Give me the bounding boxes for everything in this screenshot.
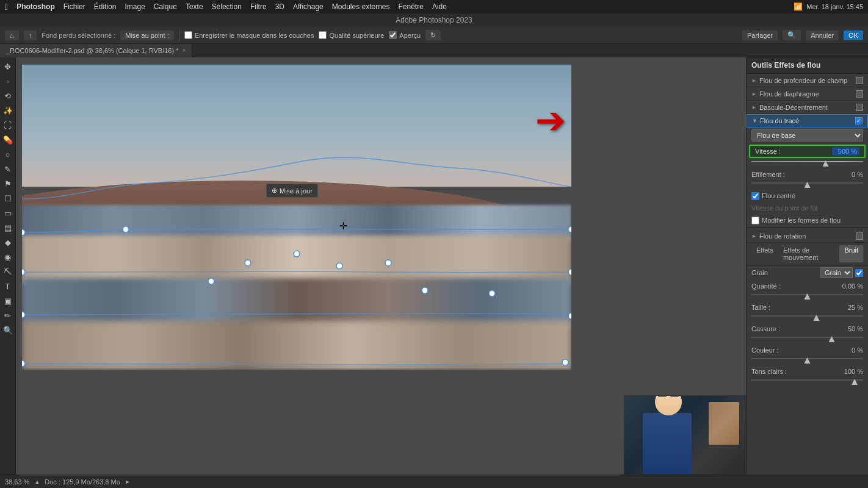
options-bar: ⌂ ↑ Fond perdu sélectionné : Mise au poi… <box>0 27 868 44</box>
tool-pen[interactable]: ⛏ <box>1 265 15 278</box>
cassure-row: Cassure : 50 % <box>747 323 868 335</box>
grain-checkbox[interactable] <box>855 269 863 277</box>
flou-rotation-checkbox[interactable] <box>856 232 863 240</box>
tool-eraser[interactable]: ▭ <box>1 206 15 220</box>
tooltip-text: Mise à jour <box>280 187 313 195</box>
menu-photoshop[interactable]: Photoshop <box>16 2 55 11</box>
grain-dropdown[interactable]: Grain <box>820 267 853 278</box>
vitesse-row: Vitesse : 500 % <box>749 145 866 158</box>
datetime-display: Mer. 18 janv. 15:45 <box>806 3 863 10</box>
menu-calque[interactable]: Calque <box>154 2 177 11</box>
menu-image[interactable]: Image <box>125 2 145 11</box>
tool-hand[interactable]: ✏ <box>1 309 15 322</box>
image-bottom-layer <box>22 321 571 370</box>
tons-clairs-row: Tons clairs : 100 % <box>747 365 868 378</box>
tab-close-button[interactable]: × <box>182 47 186 54</box>
canvas-area[interactable]: ➔ <box>16 57 746 475</box>
doc-triangle[interactable]: ► <box>125 479 131 485</box>
tool-dodge[interactable]: ◉ <box>1 250 15 264</box>
flou-diaphragme-row[interactable]: ► Flou de diaphragme <box>747 87 868 101</box>
flou-diaphragme-checkbox[interactable] <box>856 90 863 98</box>
tool-text[interactable]: T <box>1 279 15 293</box>
apercu-checkbox-row: Aperçu <box>389 31 421 39</box>
bascule-row[interactable]: ► Bascule-Décentrement <box>747 101 868 114</box>
annuler-button[interactable]: Annuler <box>806 30 839 40</box>
flou-profondeur-row[interactable]: ► Flou de profondeur de champ <box>747 74 868 87</box>
menu-modules[interactable]: Modules externes <box>332 2 390 11</box>
vitesse-value[interactable]: 500 % <box>832 147 859 156</box>
reset-button[interactable]: ↻ <box>425 30 441 40</box>
flou-centre-row: Flou centré <box>747 190 868 202</box>
tool-history[interactable]: ☐ <box>1 192 15 205</box>
menu-aide[interactable]: Aide <box>432 2 447 11</box>
tool-crop[interactable]: ⛶ <box>1 118 15 132</box>
expand-icon-4: ▼ <box>752 118 758 124</box>
flou-profondeur-label: Flou de profondeur de champ <box>759 77 856 84</box>
tool-blur[interactable]: ◆ <box>1 235 15 249</box>
tab-effets-mouvement[interactable]: Effets de mouvement <box>778 245 839 262</box>
partager-button[interactable]: Partager <box>742 30 778 40</box>
menu-affichage[interactable]: Affichage <box>293 2 324 11</box>
flou-trace-row[interactable]: ▼ Flou du tracé ✓ <box>747 114 868 127</box>
cassure-label: Cassure : <box>751 325 839 332</box>
navigate-button[interactable]: ↑ <box>24 30 37 40</box>
expand-icon-2: ► <box>751 91 757 97</box>
enregistrer-label: Enregistrer le masque dans les couches <box>195 32 314 39</box>
flou-centre-checkbox[interactable] <box>751 192 759 200</box>
tool-select[interactable]: ◦ <box>1 74 15 88</box>
qualite-checkbox-row: Qualité supérieure <box>319 31 384 39</box>
tool-heal[interactable]: ○ <box>1 148 15 161</box>
tool-zoom[interactable]: 🔍 <box>1 323 15 337</box>
grain-row: Grain Grain <box>747 265 868 280</box>
zoom-triangle[interactable]: ▲ <box>34 479 40 485</box>
tool-shape[interactable]: ▣ <box>1 294 15 307</box>
tool-eyedrop[interactable]: 💊 <box>1 133 15 146</box>
menu-fenetre[interactable]: Fenêtre <box>399 2 424 11</box>
qualite-checkbox[interactable] <box>319 31 327 39</box>
bascule-checkbox[interactable] <box>856 104 863 111</box>
ps-titlebar: Adobe Photoshop 2023 <box>0 13 868 27</box>
right-panel: Outils Effets de flou ► Flou de profonde… <box>746 57 868 475</box>
flou-rotation-label: Flou de rotation <box>759 232 856 240</box>
quantite-label: Quantité : <box>751 282 839 290</box>
apple-menu[interactable]:  <box>5 2 8 12</box>
menu-filtre[interactable]: Filtre <box>250 2 267 11</box>
tool-brush[interactable]: ✎ <box>1 162 15 176</box>
effilement-row: Effilement : 0 % <box>747 168 868 181</box>
home-button[interactable]: ⌂ <box>5 30 19 40</box>
modifier-formes-checkbox[interactable] <box>751 217 759 224</box>
tool-clone[interactable]: ⚑ <box>1 177 15 190</box>
flou-trace-checkbox[interactable]: ✓ <box>855 117 863 124</box>
document-tab[interactable]: _ROC0606-Modifier-2.psd @ 38,6% (Calque … <box>0 44 192 57</box>
mise-au-point-button[interactable]: Mise au point : <box>120 30 174 40</box>
menu-fichier[interactable]: Fichier <box>63 2 85 11</box>
tab-bruit[interactable]: Bruit <box>839 245 863 262</box>
ok-button[interactable]: OK <box>844 30 863 40</box>
search-button[interactable]: 🔍 <box>783 30 801 40</box>
tool-wand[interactable]: ✨ <box>1 104 15 117</box>
flou-base-select[interactable]: Flou de base <box>751 129 863 142</box>
tons-clairs-value: 100 % <box>839 368 863 375</box>
tons-clairs-slider-row <box>747 378 868 387</box>
taille-value: 25 % <box>839 304 863 311</box>
menu-3d[interactable]: 3D <box>275 2 284 11</box>
flou-rotation-row[interactable]: ► Flou de rotation <box>747 229 868 243</box>
menu-texte[interactable]: Texte <box>186 2 203 11</box>
tool-gradient[interactable]: ▤ <box>1 221 15 234</box>
canvas-image: ✛ ⊕ Mise à jour <box>22 65 571 370</box>
menubar-right: 📶 Mer. 18 janv. 15:45 <box>794 2 863 11</box>
couleur-row: Couleur : 0 % <box>747 344 868 356</box>
grain-label: Grain <box>751 269 820 276</box>
effilement-value: 0 % <box>839 171 863 178</box>
menu-edition[interactable]: Édition <box>94 2 117 11</box>
tool-move[interactable]: ✥ <box>1 60 15 73</box>
wifi-icon: 📶 <box>794 2 803 11</box>
blur-tools-section: ► Flou de profondeur de champ ► Flou de … <box>747 74 868 243</box>
enregistrer-checkbox[interactable] <box>184 31 192 39</box>
flou-profondeur-checkbox[interactable] <box>856 77 863 84</box>
menu-selection[interactable]: Sélection <box>212 2 242 11</box>
effilement-slider-row <box>747 181 868 190</box>
apercu-checkbox[interactable] <box>389 31 397 39</box>
tool-lasso[interactable]: ⟲ <box>1 89 15 102</box>
tab-effets[interactable]: Effets <box>751 245 778 262</box>
